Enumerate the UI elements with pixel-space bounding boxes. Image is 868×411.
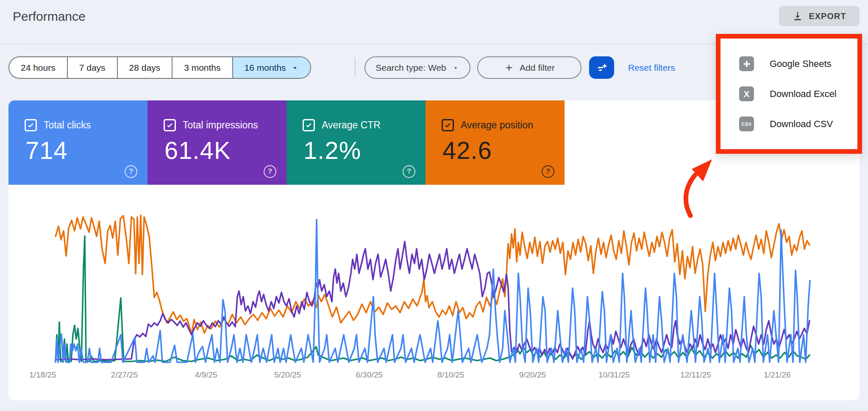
x-tick-label: 6/30/25 (356, 370, 383, 380)
x-tick-label: 12/11/25 (680, 370, 711, 380)
download-icon (792, 11, 803, 22)
x-tick-label: 8/10/25 (437, 370, 464, 380)
menu-item-label: Download Excel (770, 89, 837, 100)
menu-item-label: Google Sheets (770, 58, 832, 69)
x-tick-label: 4/9/25 (195, 370, 217, 380)
series-line-average-position (56, 215, 810, 335)
x-tick-label: 10/31/25 (598, 370, 630, 380)
series-line-total-clicks (56, 219, 810, 362)
x-tick-label: 2/27/25 (111, 370, 138, 380)
export-menu: Google SheetsXDownload ExcelCSVDownload … (716, 34, 862, 154)
csv-icon: CSV (739, 117, 754, 131)
excel-icon: X (739, 86, 754, 101)
x-tick-label: 9/20/25 (519, 370, 546, 380)
x-tick-label: 1/21/26 (764, 370, 790, 380)
menu-item-download-csv[interactable]: CSVDownload CSV (739, 109, 857, 139)
export-label: EXPORT (809, 11, 846, 21)
menu-item-download-excel[interactable]: XDownload Excel (739, 79, 857, 109)
menu-item-google-sheets[interactable]: Google Sheets (739, 49, 857, 79)
x-tick-label: 5/20/25 (274, 370, 301, 380)
export-button[interactable]: EXPORT (779, 6, 860, 26)
x-tick-label: 1/18/25 (29, 370, 56, 380)
menu-item-label: Download CSV (770, 119, 833, 130)
sheets-icon (739, 56, 754, 71)
